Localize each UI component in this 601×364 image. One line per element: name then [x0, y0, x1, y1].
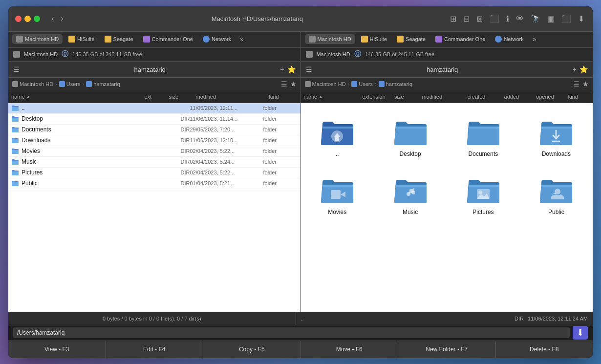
left-file-list[interactable]: .. 11/06/2023, 12:11... folder Desktop D…: [8, 103, 300, 312]
info-icon[interactable]: ℹ: [505, 13, 511, 25]
left-file-row[interactable]: Desktop DIR 11/06/2023, 12:14... folder: [8, 114, 300, 125]
editor-icon[interactable]: ▦: [546, 13, 556, 25]
right-network-label: Network: [504, 36, 523, 42]
col-header-size[interactable]: size: [166, 94, 193, 100]
toolbar-btn-f8[interactable]: Delete - F8: [496, 341, 593, 358]
maximize-button[interactable]: [34, 16, 40, 22]
left-status-text: 0 bytes / 0 bytes in 0 / 0 file(s). 0 / …: [8, 316, 296, 321]
left-bc-label-users: Users: [66, 81, 81, 87]
binoculars-icon[interactable]: 🔭: [529, 13, 542, 25]
right-tab-seagate[interactable]: Seagate: [393, 34, 429, 44]
file-name: ..: [21, 105, 139, 111]
right-storage-arrow[interactable]: ⓪: [354, 50, 361, 59]
left-breadcrumb: Macintosh HD › Users › hamzatariq ☰ ★: [8, 78, 300, 91]
left-bc-bookmark[interactable]: ★: [290, 80, 297, 88]
right-panel-add-tab[interactable]: +: [573, 65, 577, 73]
icon-item[interactable]: Desktop: [379, 113, 442, 161]
right-tab-macintosh-hd[interactable]: Macintosh HD: [305, 34, 355, 44]
left-file-row[interactable]: Music DIR 02/04/2023, 5:24... folder: [8, 157, 300, 168]
left-file-row[interactable]: Movies DIR 02/04/2023, 5:22... folder: [8, 146, 300, 157]
right-icon-grid[interactable]: .. Desktop Documents Downloads: [301, 103, 593, 312]
list-view-icon[interactable]: ⊞: [449, 13, 458, 25]
icon-item[interactable]: Public: [525, 171, 588, 219]
toolbar-btn-f7[interactable]: New Folder - F7: [398, 341, 496, 358]
left-bc-macintosh[interactable]: Macintosh HD: [12, 81, 53, 87]
file-size: DIR: [163, 137, 190, 143]
col-header-ext[interactable]: ext: [142, 94, 166, 100]
left-tab-hisuite[interactable]: HiSuite: [64, 34, 98, 44]
left-tab-more[interactable]: »: [237, 34, 247, 44]
rcol-header-opened[interactable]: opened: [533, 94, 565, 100]
left-bc-hamzatariq[interactable]: hamzatariq: [86, 81, 120, 87]
left-file-row[interactable]: Documents DIR 29/05/2023, 7:20... folder: [8, 125, 300, 135]
right-panel-list-icon[interactable]: ☰: [306, 65, 312, 73]
rcol-header-added[interactable]: added: [501, 94, 534, 100]
window-title: Macintosh HD/Users/hamzatariq: [71, 15, 444, 22]
right-tab-more[interactable]: »: [530, 34, 539, 44]
rcol-header-modified[interactable]: modified: [419, 94, 464, 100]
left-file-row[interactable]: Downloads DIR 11/06/2023, 12:10... folde…: [8, 135, 300, 146]
left-file-row[interactable]: Public DIR 01/04/2023, 5:21... folder: [8, 178, 300, 189]
toolbar-btn-f4[interactable]: Edit - F4: [106, 341, 204, 358]
right-macintosh-icon: [305, 81, 311, 87]
download-icon[interactable]: ⬇: [577, 13, 586, 25]
toolbar-btn-f3[interactable]: View - F3: [8, 341, 106, 358]
left-panel-list-icon[interactable]: ☰: [13, 65, 20, 73]
left-tab-network[interactable]: Network: [199, 34, 235, 44]
rcol-header-size[interactable]: size: [391, 94, 419, 100]
minimize-button[interactable]: [24, 16, 31, 22]
right-panel-star[interactable]: ⭐: [580, 65, 588, 73]
main-area: ☰ hamzatariq + ⭐ Macintosh HD › Users ›: [8, 62, 593, 312]
left-file-row[interactable]: .. 11/06/2023, 12:11... folder: [8, 103, 300, 114]
right-status-bar: .. DIR 11/06/2023, 12:11:24 AM: [296, 312, 593, 325]
right-tab-network[interactable]: Network: [491, 34, 527, 44]
toolbar-btn-f5[interactable]: Copy - F5: [203, 341, 301, 358]
left-bc-users[interactable]: Users: [59, 81, 81, 87]
columns-icon[interactable]: ⊠: [475, 13, 484, 25]
right-bc-list[interactable]: ☰: [573, 80, 580, 88]
file-size: DIR: [163, 159, 190, 165]
grid-view-icon[interactable]: ⊟: [462, 13, 471, 25]
col-header-name[interactable]: name ▲: [8, 94, 142, 100]
left-storage-arrow[interactable]: ⓪: [62, 50, 68, 59]
left-tab-seagate[interactable]: Seagate: [101, 34, 137, 44]
col-header-kind[interactable]: kind: [266, 94, 300, 100]
right-bc-bookmark[interactable]: ★: [582, 80, 589, 88]
icon-item[interactable]: Downloads: [525, 113, 588, 161]
icon-label: Documents: [469, 150, 498, 157]
icon-label: Music: [403, 209, 418, 215]
toggle-icon[interactable]: ⬛: [488, 13, 501, 25]
left-tab-macintosh-hd[interactable]: Macintosh HD: [12, 34, 63, 44]
left-bc-star[interactable]: ☰: [281, 80, 287, 88]
right-tab-hisuite[interactable]: HiSuite: [357, 34, 391, 44]
right-bc-hamzatariq[interactable]: hamzatariq: [379, 81, 412, 87]
path-btn[interactable]: ⬇: [573, 326, 588, 340]
preview-icon[interactable]: 👁: [515, 13, 525, 24]
right-tab-commander[interactable]: Commander One: [431, 34, 489, 44]
left-file-row[interactable]: Pictures DIR 02/04/2023, 5:22... folder: [8, 168, 300, 178]
rcol-header-name[interactable]: name ▲: [301, 94, 360, 100]
left-panel-star[interactable]: ⭐: [287, 65, 296, 73]
path-input[interactable]: [13, 327, 570, 338]
close-button[interactable]: [15, 16, 21, 22]
rcol-header-ext[interactable]: extension: [360, 94, 392, 100]
back-button[interactable]: ‹: [49, 13, 56, 24]
icon-item[interactable]: Music: [379, 171, 442, 219]
icon-item[interactable]: Movies: [306, 171, 369, 219]
icon-item[interactable]: Documents: [451, 113, 515, 161]
rcol-header-kind[interactable]: kind: [565, 94, 593, 100]
folder-icon-large: [466, 175, 500, 206]
file-name: Movies: [21, 148, 139, 154]
left-panel-add-tab[interactable]: +: [280, 65, 284, 73]
right-bc-macintosh[interactable]: Macintosh HD: [305, 81, 346, 87]
right-bc-users[interactable]: Users: [351, 81, 373, 87]
rcol-header-created[interactable]: created: [465, 94, 501, 100]
icon-item[interactable]: ..: [306, 113, 369, 161]
left-tab-commander[interactable]: Commander One: [139, 34, 197, 44]
connect-icon[interactable]: ⬛: [560, 13, 573, 25]
toolbar-btn-f6[interactable]: Move - F6: [301, 341, 399, 358]
col-header-modified[interactable]: modified: [193, 94, 266, 100]
file-size: DIR: [163, 148, 190, 154]
icon-item[interactable]: Pictures: [451, 171, 515, 219]
forward-button[interactable]: ›: [58, 13, 65, 24]
